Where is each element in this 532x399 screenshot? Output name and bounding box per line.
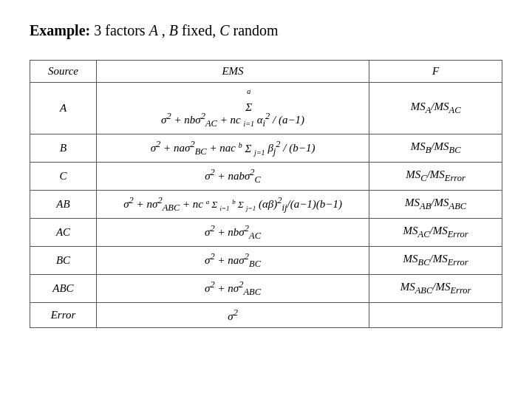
f-b: MSB/MSBC: [369, 134, 502, 163]
ems-abc: σ2 + nσ2ABC: [96, 275, 369, 303]
source-b: B: [30, 134, 97, 163]
table-row: A σ2 + nbσ2AC + nc a Σ i=1 αi2 / (a−1) M…: [30, 83, 502, 134]
table-row: AC σ2 + nbσ2AC MSAC/MSError: [30, 219, 502, 247]
anova-table: Source EMS F A σ2 + nbσ2AC + nc a Σ i=1 …: [30, 60, 502, 328]
ems-error: σ2: [96, 303, 369, 328]
header-ems: EMS: [96, 61, 369, 83]
source-bc: BC: [30, 247, 97, 275]
source-ac: AC: [30, 219, 97, 247]
source-a: A: [30, 83, 97, 134]
source-ab: AB: [30, 191, 97, 219]
f-c: MSC/MSError: [369, 163, 502, 191]
table-row: AB σ2 + nσ2ABC + nc a Σ i=1 b Σ j=1 (αβ)…: [30, 191, 502, 219]
f-ab: MSAB/MSABC: [369, 191, 502, 219]
table-row: Error σ2: [30, 303, 502, 328]
ems-a: σ2 + nbσ2AC + nc a Σ i=1 αi2 / (a−1): [96, 83, 369, 134]
f-abc: MSABC/MSError: [369, 275, 502, 303]
header-f: F: [369, 61, 502, 83]
page-title: Example: 3 factors A , B fixed, C random: [30, 22, 502, 39]
f-a: MSA/MSAC: [369, 83, 502, 134]
source-abc: ABC: [30, 275, 97, 303]
title-label: Example:: [30, 22, 90, 38]
header-source: Source: [30, 61, 97, 83]
ems-ac: σ2 + nbσ2AC: [96, 219, 369, 247]
f-error: [369, 303, 502, 328]
ems-c: σ2 + nabσ2C: [96, 163, 369, 191]
title-description: 3 factors A , B fixed, C random: [94, 22, 278, 38]
f-ac: MSAC/MSError: [369, 219, 502, 247]
table-row: B σ2 + naσ2BC + nac b Σ j=1 βj2 / (b−1) …: [30, 134, 502, 163]
source-c: C: [30, 163, 97, 191]
ems-ab: σ2 + nσ2ABC + nc a Σ i=1 b Σ j=1 (αβ)2ij…: [96, 191, 369, 219]
table-row: BC σ2 + naσ2BC MSBC/MSError: [30, 247, 502, 275]
table-row: C σ2 + nabσ2C MSC/MSError: [30, 163, 502, 191]
source-error: Error: [30, 303, 97, 328]
ems-bc: σ2 + naσ2BC: [96, 247, 369, 275]
f-bc: MSBC/MSError: [369, 247, 502, 275]
ems-b: σ2 + naσ2BC + nac b Σ j=1 βj2 / (b−1): [96, 134, 369, 163]
table-row: ABC σ2 + nσ2ABC MSABC/MSError: [30, 275, 502, 303]
